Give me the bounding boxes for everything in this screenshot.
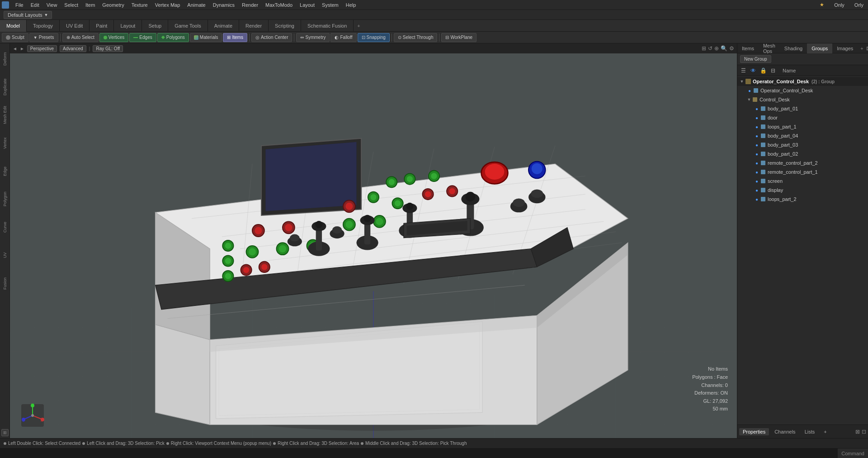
- groups-icon-lock[interactable]: 🔒: [759, 67, 767, 75]
- action-center-btn[interactable]: ◎ Action Center: [251, 33, 292, 42]
- viewport-nav-prev[interactable]: ◄: [13, 46, 17, 51]
- tab-paint[interactable]: Paint: [90, 20, 114, 32]
- sidebar-item-vertex[interactable]: Vertex: [0, 129, 9, 157]
- bottom-maximize-icon[interactable]: ⊡: [862, 429, 866, 435]
- edges-btn[interactable]: Edges: [129, 33, 156, 42]
- tree-item-2[interactable]: ● body_part_01: [737, 104, 868, 113]
- menu-item[interactable]: Item: [82, 1, 99, 9]
- viewport-ray-gl[interactable]: Ray GL: Off: [93, 45, 123, 52]
- vis-icon-6[interactable]: ●: [754, 142, 760, 148]
- sidebar-item-mesh-edit[interactable]: Mesh Edit: [0, 101, 9, 129]
- menu-maxtomodo[interactable]: MaxToModo: [262, 1, 296, 9]
- bottom-expand-icon[interactable]: ⊠: [855, 429, 860, 435]
- bottom-tab-properties[interactable]: Properties: [739, 428, 769, 435]
- tree-item-1[interactable]: ▼ Control_Desk: [737, 95, 868, 104]
- menu-help[interactable]: Help: [342, 1, 360, 9]
- menu-view[interactable]: View: [43, 1, 61, 9]
- tab-render[interactable]: Render: [239, 20, 269, 32]
- bottom-tab-add[interactable]: +: [820, 428, 830, 435]
- add-right-tab[interactable]: +: [858, 45, 866, 52]
- menu-select[interactable]: Select: [61, 1, 82, 9]
- viewport-icon-maximize[interactable]: ⊕: [714, 45, 719, 52]
- falloff-btn[interactable]: ◐ Falloff: [330, 33, 356, 42]
- tree-item-12[interactable]: ● loops_part_2: [737, 195, 868, 204]
- vis-icon-12[interactable]: ●: [754, 196, 760, 202]
- presets-btn[interactable]: ▼ Presets: [29, 33, 58, 42]
- groups-icon-box[interactable]: ⊟: [769, 67, 777, 75]
- expand-icon[interactable]: ⊠: [866, 45, 868, 52]
- menu-file[interactable]: File: [12, 1, 27, 9]
- sidebar-item-duplicate[interactable]: Duplicate: [0, 73, 9, 100]
- viewport-area[interactable]: ◄ ► Perspective Advanced | Ray GL: Off ⊞…: [10, 43, 737, 438]
- vis-icon-5[interactable]: ●: [754, 133, 760, 139]
- vis-icon-8[interactable]: ●: [754, 160, 760, 166]
- viewport-icon-search[interactable]: 🔍: [721, 45, 727, 52]
- menu-layout[interactable]: Layout: [296, 1, 318, 9]
- tree-item-8[interactable]: ● remote_control_part_2: [737, 158, 868, 167]
- tree-expand-1[interactable]: ▼: [746, 97, 752, 102]
- tree-expand-root[interactable]: ▼: [739, 79, 745, 84]
- tab-shading[interactable]: Shading: [780, 43, 807, 53]
- add-mode-tab[interactable]: +: [354, 21, 363, 30]
- new-group-btn[interactable]: New Group: [740, 55, 771, 63]
- tree-item-3[interactable]: ● door: [737, 113, 868, 122]
- viewport-advanced[interactable]: Advanced: [60, 45, 86, 52]
- groups-icon-list[interactable]: ☰: [739, 67, 747, 75]
- tree-item-5[interactable]: ● body_part_04: [737, 131, 868, 140]
- tab-animate[interactable]: Animate: [208, 20, 239, 32]
- viewport-icon-grid[interactable]: ⊞: [702, 45, 706, 52]
- work-plane-btn[interactable]: ⊟ WorkPlane: [441, 33, 476, 42]
- vis-icon-11[interactable]: ●: [754, 187, 760, 193]
- tab-items[interactable]: Items: [737, 43, 759, 53]
- sidebar-item-curve[interactable]: Curve: [0, 214, 9, 241]
- tree-item-9[interactable]: ● remote_control_part_1: [737, 167, 868, 177]
- vis-icon-9[interactable]: ●: [754, 169, 760, 175]
- tab-uvedit[interactable]: UV Edit: [60, 20, 90, 32]
- vis-icon-7[interactable]: ●: [754, 151, 760, 157]
- polygons-btn[interactable]: Polygons: [157, 33, 189, 42]
- snapping-btn[interactable]: ⊡ Snapping: [358, 33, 390, 42]
- tab-game-tools[interactable]: Game Tools: [168, 20, 208, 32]
- vis-icon-0[interactable]: ●: [746, 87, 753, 94]
- menu-render[interactable]: Render: [238, 1, 262, 9]
- viewport-gizmo[interactable]: X Y Z: [19, 402, 46, 429]
- tree-item-11[interactable]: ● display: [737, 186, 868, 195]
- tab-scripting[interactable]: Scripting: [269, 20, 301, 32]
- viewport-icon-settings[interactable]: ⚙: [729, 45, 734, 52]
- items-btn[interactable]: ⊞ Items: [223, 33, 247, 42]
- sidebar-item-fusion[interactable]: Fusion: [0, 270, 9, 297]
- tree-item-4[interactable]: ● loops_part_1: [737, 122, 868, 131]
- viewport-perspective[interactable]: Perspective: [27, 45, 57, 52]
- viewport-canvas[interactable]: No Items Polygons : Face Channels: 0 Def…: [10, 53, 737, 438]
- vis-icon-4[interactable]: ●: [754, 124, 760, 130]
- vis-icon-3[interactable]: ●: [754, 114, 760, 121]
- tree-item-10[interactable]: ● screen: [737, 177, 868, 186]
- viewport-nav-next[interactable]: ►: [20, 46, 24, 51]
- tree-item-7[interactable]: ● body_part_02: [737, 149, 868, 158]
- menu-geometry[interactable]: Geometry: [99, 1, 127, 9]
- tab-groups[interactable]: Groups: [807, 43, 832, 53]
- menu-texture[interactable]: Texture: [128, 1, 151, 9]
- materials-btn[interactable]: Materials: [190, 33, 222, 42]
- sidebar-item-edge[interactable]: Edge: [0, 157, 9, 185]
- tab-layout[interactable]: Layout: [114, 20, 142, 32]
- menu-dynamics[interactable]: Dynamics: [209, 1, 238, 9]
- bottom-tab-channels[interactable]: Channels: [771, 428, 799, 435]
- menu-system[interactable]: System: [318, 1, 342, 9]
- menu-edit[interactable]: Edit: [27, 1, 43, 9]
- vis-icon-10[interactable]: ●: [754, 178, 760, 184]
- tab-setup[interactable]: Setup: [142, 20, 168, 32]
- tab-images[interactable]: Images: [832, 43, 858, 53]
- sidebar-item-deform[interactable]: Deform: [0, 45, 9, 72]
- sidebar-item-uv[interactable]: UV: [0, 242, 9, 269]
- bottom-tab-lists[interactable]: Lists: [801, 428, 819, 435]
- tab-model[interactable]: Model: [0, 20, 27, 32]
- menu-vertex-map[interactable]: Vertex Map: [151, 1, 184, 9]
- auto-select-btn[interactable]: ⊕ Auto Select: [62, 33, 99, 42]
- command-input[interactable]: [0, 448, 837, 458]
- sculpt-btn[interactable]: Sculpt: [2, 33, 28, 42]
- tab-mesh-ops[interactable]: Mesh Ops: [759, 43, 780, 53]
- tree-item-6[interactable]: ● body_part_03: [737, 140, 868, 149]
- sidebar-item-polygon[interactable]: Polygon: [0, 186, 9, 213]
- select-through-btn[interactable]: ⊙ Select Through: [394, 33, 438, 42]
